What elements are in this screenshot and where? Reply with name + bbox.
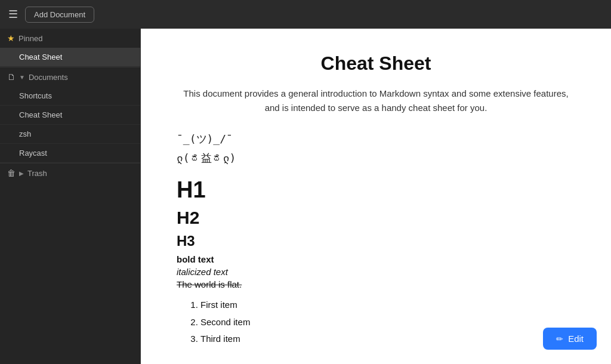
sidebar-item-zsh[interactable]: zsh (0, 125, 140, 144)
document-title: Cheat Sheet (177, 53, 575, 75)
documents-section-header[interactable]: 🗋 ▼ Documents (0, 67, 140, 87)
hamburger-icon[interactable]: ☰ (8, 8, 18, 21)
document-content: Cheat Sheet This document provides a gen… (141, 29, 611, 364)
heading-h1: H1 (177, 177, 575, 203)
sidebar-item-cheatsheet[interactable]: Cheat Sheet (0, 106, 140, 125)
trash-icon: 🗑 (7, 168, 16, 178)
star-icon: ★ (7, 33, 15, 43)
strikethrough-text: The world is flat. (177, 279, 575, 289)
document-icon: 🗋 (7, 72, 16, 82)
heading-h2: H2 (177, 208, 575, 228)
chevron-down-icon: ▼ (19, 74, 25, 81)
pinned-label: Pinned (18, 34, 42, 43)
kaomoji-1: ¯_(ツ)_/¯ (177, 132, 575, 146)
edit-icon: ✏ (556, 334, 563, 344)
chevron-right-icon: ▶ (19, 170, 24, 177)
trash-label: Trash (27, 169, 47, 178)
sidebar-item-raycast[interactable]: Raycast (0, 144, 140, 163)
topbar: ☰ Add Document (0, 0, 611, 29)
sidebar-item-cheatsheet-pinned[interactable]: Cheat Sheet (0, 48, 140, 67)
list-item-1: First item (200, 297, 575, 314)
list-item-3: Third item (200, 331, 575, 348)
trash-section-header[interactable]: 🗑 ▶ Trash (0, 164, 140, 183)
italic-text: italicized text (177, 267, 575, 277)
kaomoji-2: ლ(ಠ益ಠლ) (177, 151, 575, 165)
sidebar: ★ Pinned Cheat Sheet 🗋 ▼ Documents Short… (0, 29, 141, 364)
edit-label: Edit (568, 334, 584, 344)
documents-label: Documents (29, 73, 68, 82)
sidebar-item-shortcuts[interactable]: Shortcuts (0, 87, 140, 106)
heading-h3: H3 (177, 233, 575, 249)
document-intro: This document provides a general introdu… (177, 87, 575, 115)
main-layout: ★ Pinned Cheat Sheet 🗋 ▼ Documents Short… (0, 29, 611, 364)
edit-button[interactable]: ✏ Edit (543, 328, 597, 350)
list-item-2: Second item (200, 314, 575, 331)
pinned-section-header[interactable]: ★ Pinned (0, 29, 140, 48)
bold-text: bold text (177, 254, 575, 264)
ordered-list: First item Second item Third item (177, 297, 575, 348)
add-document-button[interactable]: Add Document (25, 7, 94, 23)
